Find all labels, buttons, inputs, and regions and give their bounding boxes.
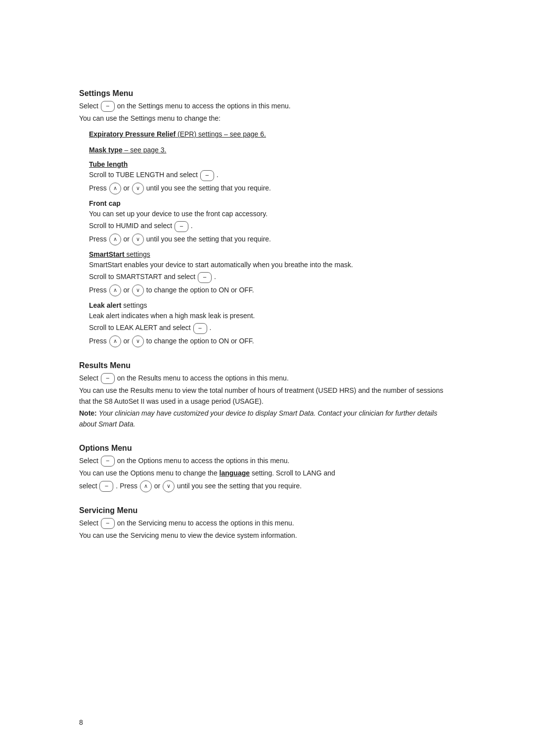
results-menu-section: Results Menu Select − on the Results men… (79, 361, 455, 430)
options-menu-title: Options Menu (79, 444, 455, 453)
leak-alert-heading: Leak alert settings (89, 301, 455, 309)
leak-alert-down-icon: ∨ (132, 335, 144, 347)
servicing-intro2: You can use the Servicing menu to view t… (79, 530, 455, 541)
front-cap-select-icon: − (175, 221, 188, 232)
tube-length-press: Press ∧ or ∨ until you see the setting t… (89, 183, 455, 194)
options-intro3: select − . Press ∧ or ∨ until you see th… (79, 480, 455, 492)
results-note-text: Your clinician may have customized your … (79, 409, 437, 428)
options-up-icon: ∧ (140, 480, 152, 492)
leak-alert-up-icon: ∧ (109, 335, 121, 347)
smartstart-select-icon: − (198, 272, 212, 283)
expiratory-subsection: Expiratory Pressure Relief (EPR) setting… (89, 129, 455, 140)
front-cap-heading: Front cap (89, 199, 455, 207)
servicing-select-icon: − (101, 518, 115, 529)
options-intro1: Select − on the Options menu to access t… (79, 456, 455, 467)
front-cap-subsection: Front cap You can set up your device to … (89, 199, 455, 245)
settings-menu-title: Settings Menu (79, 89, 455, 98)
tube-length-scroll: Scroll to TUBE LENGTH and select − . (89, 170, 455, 181)
options-language-label: language (220, 469, 250, 477)
smartstart-down-icon: ∨ (132, 284, 144, 296)
leak-alert-subsection: Leak alert settings Leak alert indicates… (89, 301, 455, 347)
results-intro1: Select − on the Results menu to access t… (79, 373, 455, 384)
tube-length-heading: Tube length (89, 160, 455, 168)
settings-intro2: You can use the Settings menu to change … (79, 113, 455, 124)
settings-select-icon: − (101, 101, 115, 112)
mask-type-subsection: Mask type – see page 3. (89, 145, 455, 156)
front-cap-intro: You can set up your device to use the fr… (89, 209, 455, 220)
leak-alert-intro: Leak alert indicates when a high mask le… (89, 311, 455, 322)
tube-length-down-icon: ∨ (132, 183, 144, 194)
tube-length-select-icon: − (200, 170, 214, 181)
smartstart-subsection: SmartStart settings SmartStart enables y… (89, 250, 455, 296)
settings-select-label: Select (79, 102, 100, 110)
results-note-label: Note: (79, 409, 99, 417)
options-select-icon: − (101, 456, 115, 467)
servicing-menu-title: Servicing Menu (79, 506, 455, 515)
smartstart-heading: SmartStart settings (89, 250, 455, 258)
front-cap-press: Press ∧ or ∨ until you see the setting t… (89, 234, 455, 245)
tube-length-up-icon: ∧ (109, 183, 121, 194)
page-number: 8 (79, 718, 83, 726)
options-down-icon: ∨ (163, 480, 175, 492)
settings-intro1: Select − on the Settings menu to access … (79, 101, 455, 112)
leak-alert-press: Press ∧ or ∨ to change the option to ON … (89, 335, 455, 347)
smartstart-intro: SmartStart enables your device to start … (89, 260, 455, 271)
servicing-intro1: Select − on the Servicing menu to access… (79, 518, 455, 529)
smartstart-press: Press ∧ or ∨ to change the option to ON … (89, 284, 455, 296)
results-note: Note: Your clinician may have customized… (79, 408, 455, 429)
expiratory-heading: Expiratory Pressure Relief (EPR) setting… (89, 129, 455, 140)
options-intro2: You can use the Options menu to change t… (79, 468, 455, 479)
options-select-icon2: − (99, 481, 113, 492)
tube-length-subsection: Tube length Scroll to TUBE LENGTH and se… (89, 160, 455, 194)
settings-menu-section: Settings Menu Select − on the Settings m… (79, 89, 455, 347)
results-intro2: You can use the Results menu to view the… (79, 385, 455, 407)
servicing-menu-section: Servicing Menu Select − on the Servicing… (79, 506, 455, 541)
results-select-icon: − (101, 373, 115, 384)
front-cap-down-icon: ∨ (132, 234, 144, 245)
leak-alert-select-icon: − (193, 323, 207, 334)
mask-type-heading: Mask type – see page 3. (89, 145, 455, 156)
results-menu-title: Results Menu (79, 361, 455, 370)
page-content: Settings Menu Select − on the Settings m… (79, 89, 455, 541)
front-cap-scroll: Scroll to HUMID and select − . (89, 221, 455, 232)
options-menu-section: Options Menu Select − on the Options men… (79, 444, 455, 492)
front-cap-up-icon: ∧ (109, 234, 121, 245)
smartstart-up-icon: ∧ (109, 284, 121, 296)
smartstart-scroll: Scroll to SMARTSTART and select − . (89, 272, 455, 283)
leak-alert-scroll: Scroll to LEAK ALERT and select − . (89, 323, 455, 333)
